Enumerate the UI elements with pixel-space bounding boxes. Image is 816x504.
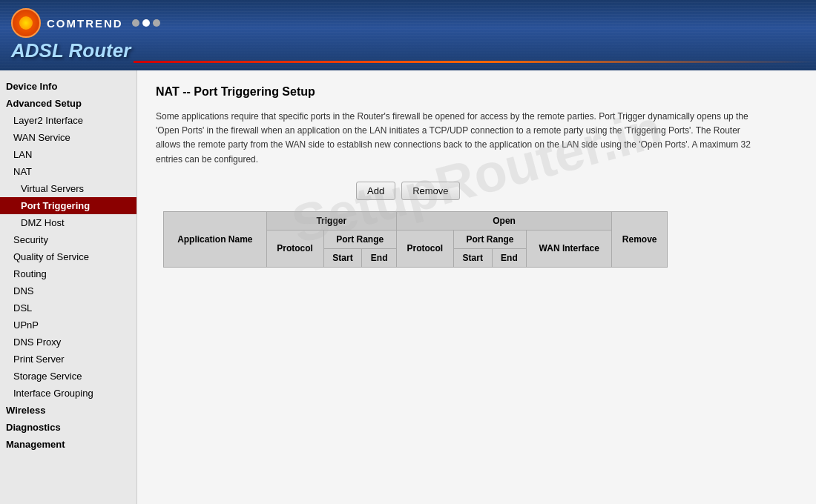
trigger-table: Application Name Trigger Open Remove Pro… — [163, 211, 668, 268]
layout: Device Info Advanced Setup Layer2 Interf… — [0, 70, 816, 504]
sidebar-item-diagnostics[interactable]: Diagnostics — [0, 419, 136, 436]
sidebar-item-nat[interactable]: NAT — [0, 163, 136, 180]
dot3 — [153, 19, 160, 27]
sidebar: Device Info Advanced Setup Layer2 Interf… — [0, 70, 137, 504]
sidebar-item-lan[interactable]: LAN — [0, 146, 136, 163]
sidebar-item-dns[interactable]: DNS — [0, 282, 136, 299]
sidebar-item-layer2-interface[interactable]: Layer2 Interface — [0, 112, 136, 129]
sidebar-item-qos[interactable]: Quality of Service — [0, 248, 136, 265]
col-trigger-group: Trigger — [266, 211, 396, 230]
main-content: SetupRouter.in NAT -- Port Triggering Se… — [137, 70, 816, 504]
sidebar-item-interface-grouping[interactable]: Interface Grouping — [0, 385, 136, 402]
header: COMTREND ADSL Router — [0, 0, 816, 70]
col-open-group: Open — [396, 211, 611, 230]
col-trigger-start: Start — [323, 248, 362, 267]
sidebar-item-wireless[interactable]: Wireless — [0, 402, 136, 419]
sidebar-item-advanced-setup[interactable]: Advanced Setup — [0, 95, 136, 112]
add-button[interactable]: Add — [356, 182, 395, 200]
sidebar-item-dns-proxy[interactable]: DNS Proxy — [0, 334, 136, 351]
col-app-name: Application Name — [164, 211, 267, 267]
product-name: ADSL Router — [11, 39, 160, 62]
col-open-port-range: Port Range — [453, 230, 526, 248]
dot2 — [142, 19, 150, 27]
sidebar-item-print-server[interactable]: Print Server — [0, 351, 136, 368]
description: Some applications require that specific … — [156, 110, 764, 167]
sidebar-item-port-triggering[interactable]: Port Triggering — [0, 197, 136, 214]
col-open-start: Start — [453, 248, 492, 267]
col-trigger-port-range: Port Range — [323, 230, 396, 248]
sidebar-item-device-info[interactable]: Device Info — [0, 78, 136, 95]
brand-name: COMTREND — [47, 17, 123, 30]
dot1 — [132, 19, 139, 27]
col-open-protocol: Protocol — [396, 230, 453, 267]
sidebar-item-virtual-servers[interactable]: Virtual Servers — [0, 180, 136, 197]
sidebar-item-management[interactable]: Management — [0, 436, 136, 453]
remove-button[interactable]: Remove — [401, 182, 459, 200]
col-open-end: End — [492, 248, 526, 267]
page-title: NAT -- Port Triggering Setup — [156, 85, 797, 99]
logo: COMTREND ADSL Router — [11, 8, 160, 62]
sidebar-item-storage-service[interactable]: Storage Service — [0, 368, 136, 385]
col-trigger-protocol: Protocol — [266, 230, 323, 267]
header-line — [134, 61, 816, 63]
sidebar-item-wan-service[interactable]: WAN Service — [0, 129, 136, 146]
sidebar-item-dsl[interactable]: DSL — [0, 299, 136, 316]
col-trigger-end: End — [362, 248, 396, 267]
sidebar-item-security[interactable]: Security — [0, 231, 136, 248]
logo-icon — [11, 8, 41, 38]
col-wan-interface: WAN Interface — [527, 230, 612, 267]
col-remove: Remove — [612, 211, 668, 267]
main-wrapper: SetupRouter.in NAT -- Port Triggering Se… — [156, 85, 797, 268]
sidebar-item-routing[interactable]: Routing — [0, 265, 136, 282]
sidebar-item-dmz-host[interactable]: DMZ Host — [0, 214, 136, 231]
sidebar-item-upnp[interactable]: UPnP — [0, 316, 136, 334]
button-row: Add Remove — [356, 182, 797, 200]
